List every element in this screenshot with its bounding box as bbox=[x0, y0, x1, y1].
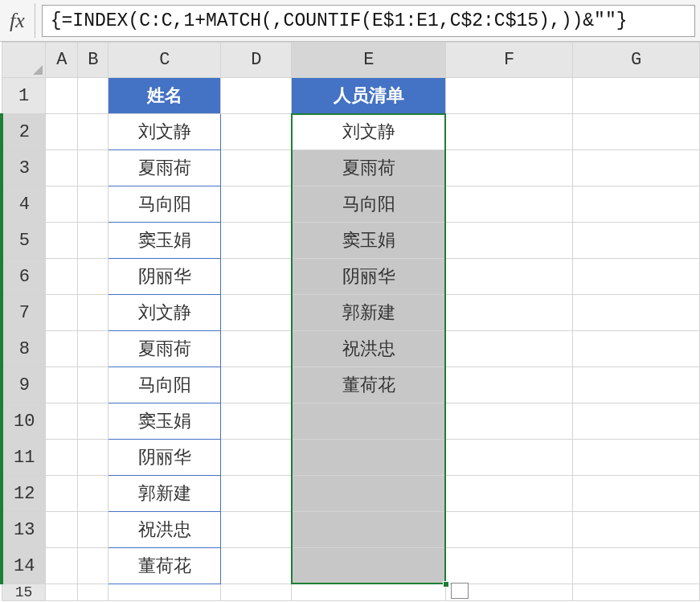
cell-C12[interactable]: 郭新建 bbox=[108, 476, 221, 512]
cell-B6[interactable] bbox=[78, 259, 108, 295]
cell-E7[interactable]: 郭新建 bbox=[292, 295, 446, 331]
rowhead-10[interactable]: 10 bbox=[2, 403, 46, 440]
cell-B5[interactable] bbox=[78, 223, 108, 259]
cell-C11[interactable]: 阴丽华 bbox=[108, 440, 221, 476]
cell-F14[interactable] bbox=[446, 548, 573, 584]
cell-D11[interactable] bbox=[221, 440, 292, 476]
cell-A13[interactable] bbox=[46, 512, 78, 548]
rowhead-6[interactable]: 6 bbox=[2, 259, 46, 295]
rowhead-9[interactable]: 9 bbox=[2, 367, 46, 403]
cell-B15[interactable] bbox=[78, 584, 108, 601]
rowhead-5[interactable]: 5 bbox=[2, 223, 46, 259]
rowhead-4[interactable]: 4 bbox=[2, 186, 46, 223]
cell-D8[interactable] bbox=[221, 331, 292, 367]
cell-C8[interactable]: 夏雨荷 bbox=[108, 331, 221, 367]
cell-A5[interactable] bbox=[46, 223, 78, 259]
fx-icon[interactable]: fx bbox=[5, 3, 35, 38]
cell-G15[interactable] bbox=[573, 584, 700, 601]
cell-G13[interactable] bbox=[573, 512, 700, 548]
rowhead-13[interactable]: 13 bbox=[2, 512, 46, 548]
cell-D9[interactable] bbox=[221, 367, 292, 403]
cell-E6[interactable]: 阴丽华 bbox=[292, 259, 446, 295]
colhead-B[interactable]: B bbox=[78, 43, 108, 78]
cell-G10[interactable] bbox=[573, 403, 700, 440]
cell-E4[interactable]: 马向阳 bbox=[292, 186, 446, 223]
colhead-F[interactable]: F bbox=[446, 43, 573, 78]
paste-options-icon[interactable] bbox=[451, 583, 469, 599]
rowhead-7[interactable]: 7 bbox=[2, 295, 46, 331]
cell-A7[interactable] bbox=[46, 295, 78, 331]
cell-A15[interactable] bbox=[46, 584, 78, 601]
cell-D1[interactable] bbox=[221, 78, 292, 114]
cell-D7[interactable] bbox=[221, 295, 292, 331]
cell-F7[interactable] bbox=[446, 295, 573, 331]
cell-G6[interactable] bbox=[573, 259, 700, 295]
cell-G4[interactable] bbox=[573, 186, 700, 223]
cell-F9[interactable] bbox=[446, 367, 573, 403]
cell-C4[interactable]: 马向阳 bbox=[108, 186, 221, 223]
cell-E15[interactable] bbox=[292, 584, 446, 601]
cell-B4[interactable] bbox=[78, 186, 108, 223]
cell-B10[interactable] bbox=[78, 403, 108, 440]
cell-C14[interactable]: 董荷花 bbox=[108, 548, 221, 584]
cell-D15[interactable] bbox=[221, 584, 292, 601]
cell-E12[interactable] bbox=[292, 476, 446, 512]
cell-A10[interactable] bbox=[46, 403, 78, 440]
cell-A3[interactable] bbox=[46, 150, 78, 186]
cell-F5[interactable] bbox=[446, 223, 573, 259]
cell-G12[interactable] bbox=[573, 476, 700, 512]
cell-F6[interactable] bbox=[446, 259, 573, 295]
rowhead-3[interactable]: 3 bbox=[2, 150, 46, 186]
cell-C13[interactable]: 祝洪忠 bbox=[108, 512, 221, 548]
cell-A9[interactable] bbox=[46, 367, 78, 403]
select-all-corner[interactable] bbox=[2, 43, 46, 78]
cell-E13[interactable] bbox=[292, 512, 446, 548]
cell-D6[interactable] bbox=[221, 259, 292, 295]
cell-B8[interactable] bbox=[78, 331, 108, 367]
rowhead-12[interactable]: 12 bbox=[2, 476, 46, 512]
cell-D14[interactable] bbox=[221, 548, 292, 584]
cell-E9[interactable]: 董荷花 bbox=[292, 367, 446, 403]
cell-D5[interactable] bbox=[221, 223, 292, 259]
colhead-A[interactable]: A bbox=[46, 43, 78, 78]
cell-D12[interactable] bbox=[221, 476, 292, 512]
cell-F8[interactable] bbox=[446, 331, 573, 367]
cell-E3[interactable]: 夏雨荷 bbox=[292, 150, 446, 186]
cell-F13[interactable] bbox=[446, 512, 573, 548]
rowhead-14[interactable]: 14 bbox=[2, 548, 46, 584]
colhead-C[interactable]: C bbox=[108, 43, 221, 78]
cell-G9[interactable] bbox=[573, 367, 700, 403]
cell-E14[interactable] bbox=[292, 548, 446, 584]
cell-A1[interactable] bbox=[46, 78, 78, 114]
cell-A6[interactable] bbox=[46, 259, 78, 295]
cell-D2[interactable] bbox=[221, 114, 292, 150]
cell-E5[interactable]: 窦玉娟 bbox=[292, 223, 446, 259]
colhead-D[interactable]: D bbox=[221, 43, 292, 78]
rowhead-8[interactable]: 8 bbox=[2, 331, 46, 367]
cell-C3[interactable]: 夏雨荷 bbox=[108, 150, 221, 186]
cell-A2[interactable] bbox=[46, 114, 78, 150]
cell-D10[interactable] bbox=[221, 403, 292, 440]
cell-C10[interactable]: 窦玉娟 bbox=[108, 403, 221, 440]
cell-B1[interactable] bbox=[78, 78, 108, 114]
rowhead-1[interactable]: 1 bbox=[2, 78, 46, 114]
rowhead-11[interactable]: 11 bbox=[2, 440, 46, 476]
cell-E8[interactable]: 祝洪忠 bbox=[292, 331, 446, 367]
cell-F2[interactable] bbox=[446, 114, 573, 150]
cell-E11[interactable] bbox=[292, 440, 446, 476]
cell-G2[interactable] bbox=[573, 114, 700, 150]
cell-G8[interactable] bbox=[573, 331, 700, 367]
cell-C15[interactable] bbox=[108, 584, 221, 601]
rowhead-2[interactable]: 2 bbox=[2, 114, 46, 150]
cell-F12[interactable] bbox=[446, 476, 573, 512]
cell-F4[interactable] bbox=[446, 186, 573, 223]
cell-F3[interactable] bbox=[446, 150, 573, 186]
cell-B13[interactable] bbox=[78, 512, 108, 548]
cell-E1[interactable]: 人员清单 bbox=[292, 78, 446, 114]
cell-C9[interactable]: 马向阳 bbox=[108, 367, 221, 403]
cell-G11[interactable] bbox=[573, 440, 700, 476]
cell-F10[interactable] bbox=[446, 403, 573, 440]
colhead-E[interactable]: E bbox=[292, 43, 446, 78]
cell-C6[interactable]: 阴丽华 bbox=[108, 259, 221, 295]
cell-G7[interactable] bbox=[573, 295, 700, 331]
